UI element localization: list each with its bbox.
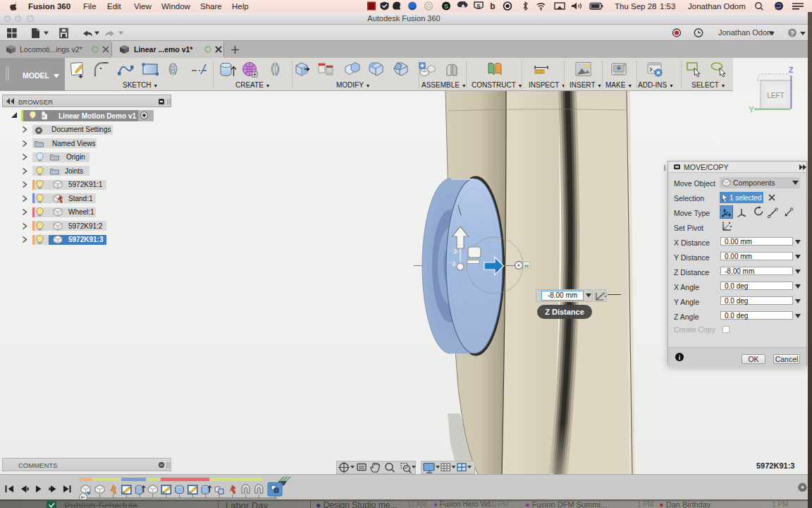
svg-text:b: b bbox=[490, 1, 495, 11]
svg-text:Y: Y bbox=[749, 105, 754, 114]
svg-text:LEFT: LEFT bbox=[767, 92, 784, 99]
svg-text:Jonathan Odom: Jonathan Odom bbox=[718, 28, 773, 37]
svg-text:Z: Z bbox=[789, 66, 794, 74]
svg-text:i: i bbox=[679, 354, 681, 361]
svg-text:?: ? bbox=[790, 29, 794, 37]
svg-text:5: 5 bbox=[476, 3, 480, 10]
svg-text:S: S bbox=[444, 3, 448, 10]
